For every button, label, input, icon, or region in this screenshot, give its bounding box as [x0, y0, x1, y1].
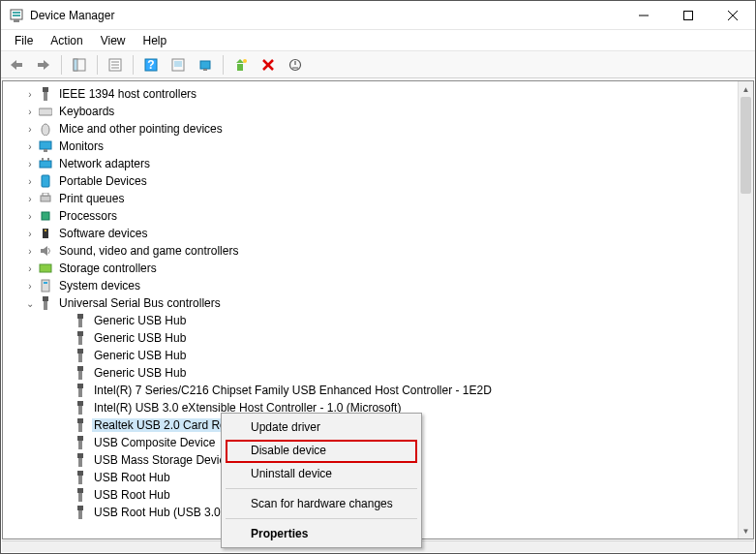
context-update-driver[interactable]: Update driver [224, 416, 419, 439]
svg-rect-8 [16, 63, 22, 67]
keyboard-icon [38, 104, 53, 119]
svg-rect-45 [43, 296, 48, 301]
category-storage[interactable]: ›Storage controllers [3, 260, 738, 277]
svg-rect-37 [41, 196, 50, 201]
context-uninstall-device[interactable]: Uninstall device [224, 462, 419, 485]
usb-device-item[interactable]: Generic USB Hub [3, 312, 738, 329]
svg-point-41 [45, 230, 46, 231]
usb-icon [73, 365, 88, 381]
svg-rect-39 [42, 212, 49, 220]
usb-icon [73, 383, 88, 398]
expander-icon[interactable]: › [22, 107, 38, 117]
tree-item-label: USB Root Hub (USB 3.0) [92, 506, 227, 519]
scan-button[interactable] [166, 54, 190, 76]
category-software[interactable]: ›Software devices [3, 225, 738, 242]
tree-item-label: Universal Serial Bus controllers [57, 296, 223, 310]
svg-rect-11 [74, 59, 77, 71]
svg-rect-19 [174, 61, 182, 67]
expander-icon[interactable]: › [22, 246, 38, 257]
svg-rect-51 [77, 349, 83, 354]
usb-icon [73, 487, 88, 503]
svg-rect-48 [78, 319, 82, 327]
tree-item-label: Sound, video and game controllers [57, 244, 240, 258]
close-button[interactable] [711, 1, 755, 30]
disable-button[interactable] [284, 54, 307, 76]
category-system[interactable]: ›System devices [3, 277, 738, 294]
properties-button[interactable] [104, 54, 127, 76]
context-properties[interactable]: Properties [224, 522, 419, 545]
expander-icon[interactable]: › [22, 194, 38, 204]
svg-rect-70 [78, 510, 82, 519]
svg-rect-28 [44, 92, 47, 101]
expander-icon[interactable]: › [22, 281, 38, 292]
menu-action[interactable]: Action [43, 32, 90, 49]
usb-device-item[interactable]: Generic USB Hub [3, 347, 738, 364]
enable-button[interactable] [194, 54, 217, 76]
toolbar: ? [1, 51, 755, 78]
tree-item-label: Mice and other pointing devices [57, 122, 225, 136]
menu-file[interactable]: File [7, 32, 41, 49]
expander-icon[interactable]: › [22, 176, 38, 187]
tree-item-label: Portable Devices [57, 174, 149, 188]
usb-device-item[interactable]: Generic USB Hub [3, 364, 738, 382]
vertical-scrollbar[interactable]: ▲ ▼ [738, 81, 753, 539]
maximize-button[interactable] [666, 1, 711, 30]
usb-icon [73, 400, 88, 416]
svg-rect-66 [78, 476, 82, 484]
expander-icon[interactable]: › [22, 89, 38, 100]
svg-rect-62 [78, 441, 82, 449]
menu-help[interactable]: Help [136, 32, 175, 49]
category-usb[interactable]: ›IEEE 1394 host controllers [3, 85, 738, 103]
menu-view[interactable]: View [93, 32, 134, 49]
show-tree-button[interactable] [68, 54, 91, 76]
svg-rect-59 [77, 418, 83, 423]
usb-icon [73, 435, 88, 450]
category-mouse[interactable]: ›Mice and other pointing devices [3, 120, 738, 138]
expander-icon[interactable]: ⌄ [22, 298, 38, 309]
svg-rect-36 [42, 175, 49, 187]
svg-rect-63 [77, 453, 83, 458]
expander-icon[interactable]: › [22, 141, 38, 152]
usb-icon [73, 417, 88, 433]
help-button[interactable]: ? [139, 54, 163, 76]
scroll-down-icon[interactable]: ▼ [739, 523, 753, 539]
update-driver-button[interactable] [229, 54, 253, 76]
svg-rect-46 [44, 301, 47, 310]
expander-icon[interactable]: › [22, 211, 38, 222]
category-network[interactable]: ›Network adapters [3, 155, 738, 172]
context-scan-hardware[interactable]: Scan for hardware changes [224, 492, 419, 515]
tree-item-label: USB Root Hub [92, 471, 172, 484]
expander-icon[interactable]: › [22, 229, 38, 239]
uninstall-button[interactable] [257, 54, 280, 76]
usb-device-item[interactable]: Intel(R) 7 Series/C216 Chipset Family US… [3, 382, 738, 399]
expander-icon[interactable]: › [22, 124, 38, 135]
storage-icon [38, 261, 53, 276]
tree-item-label: USB Composite Device [92, 436, 217, 449]
forward-button[interactable] [32, 54, 55, 76]
tree-item-label: Generic USB Hub [92, 314, 188, 327]
svg-rect-54 [78, 371, 82, 380]
expander-icon[interactable]: › [22, 263, 38, 274]
category-cpu[interactable]: ›Processors [3, 207, 738, 225]
expander-icon[interactable]: › [22, 159, 38, 169]
software-icon [38, 226, 53, 241]
svg-rect-47 [77, 314, 83, 319]
svg-rect-5 [684, 11, 693, 19]
svg-rect-65 [77, 471, 83, 476]
category-printer[interactable]: ›Print queues [3, 190, 738, 207]
category-portable[interactable]: ›Portable Devices [3, 172, 738, 190]
scroll-up-icon[interactable]: ▲ [739, 81, 753, 97]
context-menu: Update driver Disable device Uninstall d… [221, 413, 422, 548]
context-disable-device[interactable]: Disable device [224, 439, 419, 462]
category-monitor[interactable]: ›Monitors [3, 138, 738, 155]
cpu-icon [38, 208, 53, 224]
category-keyboard[interactable]: ›Keyboards [3, 103, 738, 120]
usb-icon [73, 452, 88, 468]
usb-device-item[interactable]: Generic USB Hub [3, 329, 738, 347]
usb-icon [73, 348, 88, 363]
category-usb-controllers[interactable]: ⌄Universal Serial Bus controllers [3, 294, 738, 312]
back-button[interactable] [5, 54, 28, 76]
scroll-thumb[interactable] [741, 97, 751, 194]
minimize-button[interactable] [621, 1, 666, 30]
category-sound[interactable]: ›Sound, video and game controllers [3, 242, 738, 260]
